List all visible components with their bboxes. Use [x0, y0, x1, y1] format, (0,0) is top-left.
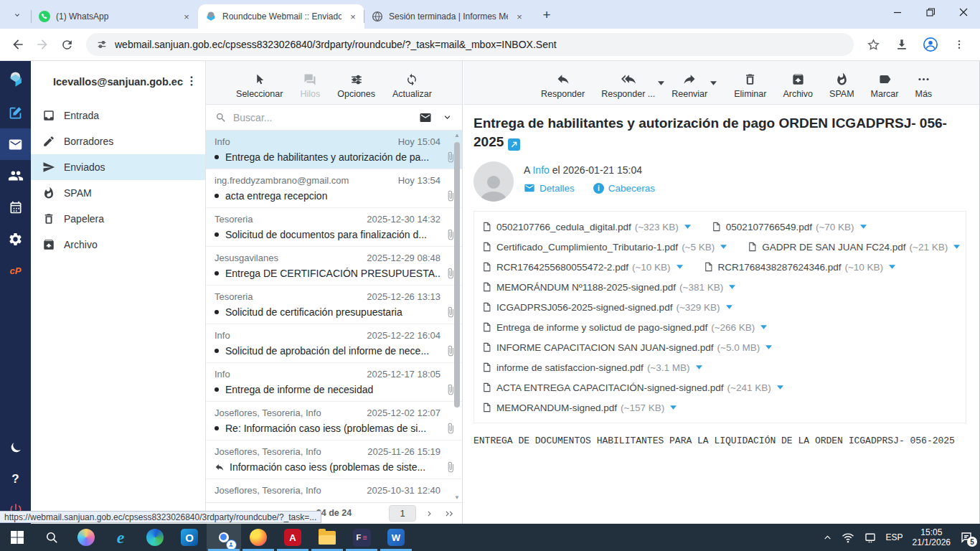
search-input[interactable]: Buscar... [233, 112, 419, 123]
bookmark-star-icon[interactable] [861, 32, 885, 57]
delete-button[interactable]: Eliminar [734, 72, 766, 99]
taskbar-outlook-button[interactable]: O [172, 524, 207, 551]
taskbar-edge-button[interactable] [138, 524, 172, 551]
message-row[interactable]: Joseflores, Tesoreria, Info2025-11-26 15… [206, 441, 462, 479]
site-settings-icon[interactable] [96, 39, 108, 50]
rail-mail-button[interactable] [0, 128, 31, 160]
page-number-input[interactable]: 1 [389, 505, 416, 522]
attachment-menu-caret-icon[interactable] [953, 245, 960, 249]
attachment-menu-caret-icon[interactable] [860, 225, 867, 229]
attachment-menu-caret-icon[interactable] [729, 285, 735, 289]
downloads-icon[interactable] [890, 32, 914, 57]
forward-mail-button[interactable]: Reenviar [672, 72, 707, 99]
tab-close-icon[interactable]: × [181, 11, 192, 22]
sidebar-item-spam[interactable]: SPAM [31, 180, 205, 206]
attachment-menu-caret-icon[interactable] [684, 225, 691, 229]
taskbar-copilot-button[interactable] [69, 524, 103, 551]
sidebar-item-papelera[interactable]: Papelera [31, 206, 205, 232]
taskbar-search-button[interactable] [34, 524, 69, 551]
start-button[interactable] [0, 524, 34, 551]
attachment-item[interactable]: GADPR DE SAN JUAN FC24.pdf(~21 KB) [747, 241, 960, 253]
tab-whatsapp[interactable]: (1) WhatsApp × [32, 4, 198, 29]
tab-roundcube-active[interactable]: Roundcube Webmail :: Enviados × [198, 4, 364, 29]
message-row[interactable]: Jesusgavilanes2025-12-29 08:48 Entrega D… [206, 247, 462, 286]
attachment-item[interactable]: RCR1768438287624346.pdf(~10 KB) [703, 261, 896, 273]
sidebar-item-entrada[interactable]: Entrada [31, 103, 205, 128]
taskbar-clock[interactable]: 15:05 21/1/2026 [913, 527, 951, 547]
attachment-item[interactable]: Certificado_Cumplimiento_Tributario-1.pd… [481, 241, 727, 253]
attachment-item[interactable]: 0502107766_cedula_digital.pdf(~323 KB) [481, 221, 691, 232]
wifi-icon[interactable] [842, 532, 854, 543]
tab-session-ended[interactable]: Sesión terminada | Informes Me × [364, 4, 531, 29]
search-bar[interactable]: Buscar... [206, 105, 462, 131]
profile-icon[interactable] [918, 32, 943, 57]
list-options-chevron-icon[interactable] [442, 112, 453, 123]
archive-button[interactable]: Archivo [783, 72, 813, 99]
options-button[interactable]: Opciones [337, 73, 375, 99]
recipient-link[interactable]: Info [532, 164, 549, 176]
url-bar[interactable]: webmail.sanjuan.gob.ec/cpsess8323026840/… [86, 33, 854, 56]
next-page-icon[interactable] [425, 509, 435, 519]
scroll-up-arrow[interactable]: ▲ [454, 132, 460, 138]
attachment-menu-caret-icon[interactable] [765, 345, 772, 349]
cast-display-icon[interactable] [864, 532, 877, 543]
attachment-item[interactable]: ICGADPRSJ056-2025-signed-signed.pdf(~329… [481, 301, 732, 313]
last-page-icon[interactable] [443, 509, 456, 519]
attachment-item[interactable]: MEMORANDUM-signed.pdf(~157 KB) [481, 402, 677, 413]
taskbar-fes-app-button[interactable]: F≡ [344, 524, 379, 551]
mark-read-envelope-icon[interactable] [419, 111, 432, 124]
tab-close-icon[interactable]: × [514, 11, 525, 22]
message-row[interactable]: Joseflores, Tesoreria, Info2025-12-02 12… [206, 402, 462, 441]
tray-expand-icon[interactable] [823, 533, 832, 542]
attachment-menu-caret-icon[interactable] [677, 265, 683, 269]
sidebar-item-archivo[interactable]: Archivo [31, 232, 205, 258]
reply-all-button[interactable]: Responder ... [601, 72, 655, 99]
attachment-menu-caret-icon[interactable] [670, 405, 677, 410]
forward-caret-icon[interactable] [710, 81, 717, 85]
spam-button[interactable]: SPAM [829, 72, 854, 99]
tab-search-button[interactable] [7, 5, 27, 25]
message-row[interactable]: Info2025-12-17 18:05 Entrega de informe … [206, 363, 462, 402]
list-scrollbar[interactable]: ▲ ▼ [453, 132, 461, 501]
scroll-down-arrow[interactable]: ▼ [454, 494, 460, 501]
details-toggle[interactable]: Detalles [524, 182, 575, 194]
language-indicator[interactable]: ESP [886, 532, 903, 542]
attachment-menu-caret-icon[interactable] [726, 305, 732, 309]
attachment-item[interactable]: informe de satisfaccion-signed.pdf(~3.1 … [481, 362, 702, 373]
reload-button[interactable] [55, 32, 79, 57]
attachment-menu-caret-icon[interactable] [696, 365, 702, 369]
browser-menu-icon[interactable] [947, 32, 971, 57]
dark-mode-button[interactable] [0, 432, 31, 463]
refresh-button[interactable]: Actualizar [392, 73, 432, 99]
threads-button[interactable]: Hilos [300, 73, 320, 99]
rail-cpanel-button[interactable]: cP [0, 255, 31, 286]
headers-toggle[interactable]: i Cabeceras [593, 183, 655, 194]
message-row[interactable]: Tesoreria2025-12-26 13:13 Solicitud de c… [206, 286, 462, 324]
select-button[interactable]: Seleccionar [236, 73, 283, 99]
minimize-button[interactable] [881, 0, 914, 24]
rail-calendar-button[interactable] [0, 192, 31, 223]
attachment-item[interactable]: INFORME CAPACITACION SAN JUAN-signed.pdf… [481, 342, 772, 353]
scrollbar-thumb[interactable] [454, 142, 460, 408]
notifications-button[interactable]: 5 [960, 531, 973, 544]
more-button[interactable]: Más [915, 72, 932, 99]
attachment-item[interactable]: 0502107766549.pdf(~70 KB) [711, 221, 867, 232]
restore-button[interactable] [914, 0, 947, 24]
message-row[interactable]: Joseflores, Tesoreria, Info2025-10-31 12… [206, 479, 462, 502]
message-row[interactable]: Info2025-12-22 16:04 Solicitud de aproba… [206, 324, 462, 363]
mark-button[interactable]: Marcar [871, 72, 899, 99]
new-tab-button[interactable]: + [537, 5, 557, 25]
attachment-menu-caret-icon[interactable] [720, 245, 727, 249]
taskbar-firefox-button[interactable] [241, 524, 275, 551]
attachment-menu-caret-icon[interactable] [760, 325, 767, 329]
attachment-menu-caret-icon[interactable] [777, 385, 783, 390]
taskbar-word-button[interactable]: W [379, 524, 413, 551]
sidebar-item-borradores[interactable]: Borradores [31, 128, 205, 154]
attachment-menu-caret-icon[interactable] [889, 265, 895, 269]
open-in-new-window-icon[interactable] [508, 138, 520, 151]
taskbar-ie-button[interactable]: e [103, 524, 138, 551]
back-button[interactable] [6, 32, 30, 57]
compose-button[interactable] [0, 97, 31, 128]
reply-all-caret-icon[interactable] [658, 81, 664, 85]
close-window-button[interactable] [947, 0, 980, 24]
